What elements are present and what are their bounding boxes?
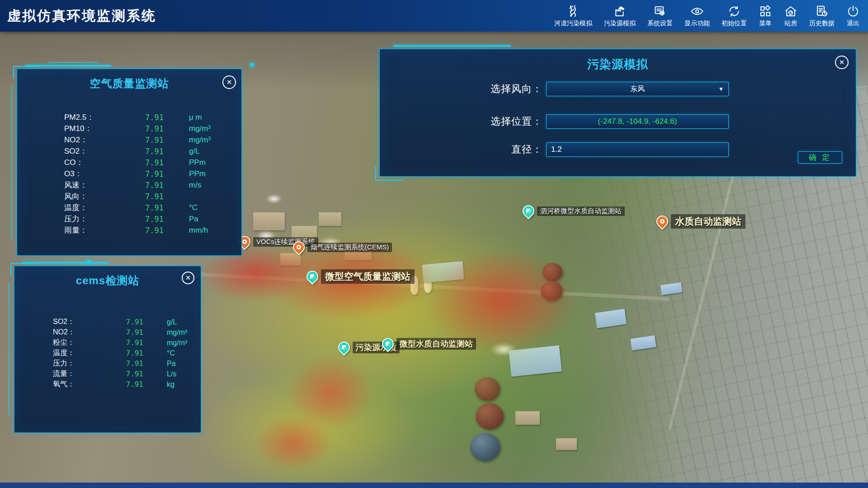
metric-label: 压力： [64, 214, 132, 224]
table-row: NO2：7.91mg/m³ [17, 134, 241, 145]
table-row: PM2.5：7.91μ m [17, 112, 241, 123]
metric-unit: mm/h [164, 226, 241, 235]
metric-unit: Pa [143, 360, 201, 368]
close-icon[interactable]: ✕ [182, 272, 194, 284]
header-bar: 虚拟仿真环境监测系统 河道污染模拟 污染源模拟 系统设置 显示功能 初始位置 [0, 0, 868, 32]
table-row: 压力：7.91Pa [17, 213, 241, 225]
nav-exit[interactable]: 退出 [846, 5, 860, 28]
table-row: PM10：7.91mg/m³ [17, 123, 241, 134]
cems-station-panel: cems检测站 ✕ SO2：7.91g/L NO2：7.91mg/m³ 粉尘：7… [14, 266, 201, 433]
nav-initial-position[interactable]: 初始位置 [722, 5, 747, 28]
nav-label: 河道污染模拟 [554, 19, 592, 28]
marker-water-quality-auto[interactable]: 水质自动监测站 [656, 214, 745, 229]
nav-pollution-source-sim[interactable]: 污染源模拟 [604, 5, 636, 28]
metric-label: 粉尘： [53, 338, 107, 347]
metric-unit: mg/m³ [164, 124, 241, 133]
metric-value: 7.91 [107, 338, 143, 347]
initial-position-icon [727, 5, 741, 18]
table-row: 风向：7.91 [17, 191, 241, 202]
metric-label: NO2： [64, 135, 132, 145]
river-pollution-icon [566, 5, 580, 18]
table-row: SO2：7.91g/L [17, 145, 241, 157]
panel-decoration [13, 66, 38, 79]
panel-decoration [87, 260, 91, 264]
nav-menu[interactable]: 菜单 [759, 5, 772, 28]
nav-display-function[interactable]: 显示功能 [684, 5, 710, 28]
metric-label: 压力： [53, 359, 107, 368]
cems-panel-rows: SO2：7.91g/L NO2：7.91mg/m³ 粉尘：7.91mg/m³ 温… [14, 317, 201, 389]
nav-label: 系统设置 [647, 19, 673, 28]
metric-label: 温度： [64, 202, 132, 213]
spherical-tank [470, 433, 500, 461]
system-settings-icon [653, 5, 667, 18]
table-row: 温度：7.91°C [17, 202, 241, 213]
marker-label: 微型空气质量监测站 [321, 269, 415, 284]
terrain-green-zone [344, 303, 714, 488]
nav-station-house[interactable]: 站房 [784, 5, 797, 28]
nav-system-settings[interactable]: 系统设置 [647, 5, 673, 28]
panel-decoration [10, 263, 36, 276]
wind-direction-row: 选择风向： 东风 ▼ [380, 82, 729, 96]
panel-decoration [11, 85, 12, 239]
metric-label: 流量： [53, 369, 107, 379]
metric-value: 7.91 [132, 158, 164, 167]
metric-unit: m/s [164, 181, 241, 190]
table-row: 风速：7.91m/s [17, 179, 241, 191]
table-row: CO：7.91PPm [17, 157, 241, 168]
metric-label: 温度： [53, 348, 107, 358]
metric-label: SO2： [53, 317, 107, 327]
building-shape [515, 411, 540, 425]
metric-label: PM2.5： [64, 112, 132, 122]
metric-unit: kg [143, 380, 201, 389]
marker-label: 泗河桥微型水质自动监测站 [537, 206, 625, 216]
table-row: 流量：7.91L/s [14, 369, 201, 379]
metric-unit: PPm [164, 169, 241, 178]
metric-unit: L/s [143, 370, 201, 378]
table-row: 雨量：7.91mm/h [17, 225, 241, 236]
air-panel-rows: PM2.5：7.91μ m PM10：7.91mg/m³ NO2：7.91mg/… [17, 112, 241, 236]
metric-unit: μ m [164, 113, 241, 122]
table-row: NO2：7.91mg/m³ [14, 327, 201, 338]
spherical-tank [541, 281, 562, 301]
metric-unit: mg/m³ [143, 328, 201, 337]
close-icon[interactable]: ✕ [222, 75, 236, 89]
close-icon[interactable]: ✕ [835, 56, 849, 69]
nav-label: 历史数据 [809, 19, 835, 28]
confirm-button[interactable]: 确 定 [798, 151, 842, 164]
marker-flue-gas-cems[interactable]: 烟气连续监测系统(CEMS) [293, 241, 392, 253]
marker-micro-air-quality[interactable]: 微型空气质量监测站 [307, 269, 415, 284]
table-row: 氧气：7.91kg [14, 379, 201, 389]
metric-unit: mg/m³ [143, 339, 201, 347]
cems-panel-title: cems检测站 [14, 266, 201, 288]
marker-sihe-bridge-water[interactable]: 泗河桥微型水质自动监测站 [523, 205, 625, 217]
teal-pin-icon [336, 339, 353, 356]
teal-pin-icon [380, 336, 396, 352]
metric-value: 7.91 [107, 359, 143, 368]
nav-history-data[interactable]: 历史数据 [809, 5, 835, 28]
metric-label: PM10： [64, 123, 132, 134]
table-row: 压力：7.91Pa [14, 358, 201, 369]
metric-unit: °C [143, 349, 201, 357]
diameter-input[interactable] [547, 142, 728, 157]
marker-micro-water-auto[interactable]: 微型水质自动监测站 [382, 338, 476, 350]
nav-river-pollution-sim[interactable]: 河道污染模拟 [554, 5, 592, 28]
position-input[interactable] [547, 114, 728, 129]
table-row: SO2：7.91g/L [14, 317, 201, 327]
metric-unit: PPm [164, 158, 241, 167]
wind-direction-label: 选择风向： [380, 82, 542, 96]
metric-unit: Pa [164, 215, 241, 224]
metric-value: 7.91 [132, 192, 164, 201]
air-quality-panel: 空气质量监测站 ✕ PM2.5：7.91μ m PM10：7.91mg/m³ N… [17, 69, 242, 256]
menu-icon [759, 5, 772, 18]
metric-value: 7.91 [132, 147, 164, 156]
metric-label: 风向： [64, 191, 132, 202]
orange-pin-icon [291, 239, 307, 256]
metric-value: 7.91 [132, 181, 164, 190]
metric-unit: g/L [164, 147, 241, 156]
diameter-label: 直径： [380, 143, 542, 156]
wind-direction-dropdown[interactable]: 东风 ▼ [546, 82, 729, 96]
metric-value: 7.91 [132, 124, 164, 133]
metric-unit: °C [164, 203, 241, 212]
position-field-wrap [546, 114, 729, 129]
exit-icon [846, 5, 860, 18]
